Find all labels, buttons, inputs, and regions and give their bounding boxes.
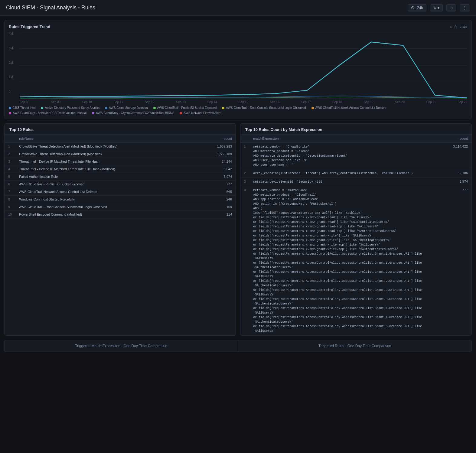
- row-number: 3: [5, 158, 15, 165]
- table-row: 6 AWS CloudTrail - Public S3 Bucket Expo…: [5, 181, 236, 188]
- col-count-m: _count: [443, 135, 471, 143]
- footer-bar: Triggered Match Expression - One Day Tim…: [4, 340, 472, 352]
- rule-name: PowerShell Encoded Command (Modified): [15, 211, 197, 218]
- top10-rules-title: Top 10 Rules: [5, 124, 236, 135]
- table-row: 2 array_contains(listMatches, 'threat') …: [240, 169, 471, 178]
- match-expression: metadata_vendor = 'Amazon AWS' AND metad…: [249, 186, 443, 335]
- match-count: 32,186: [443, 169, 471, 178]
- rule-name: AWS CloudTrail - Public S3 Bucket Expose…: [15, 181, 197, 188]
- circle-icon: ○: [450, 25, 452, 29]
- match-expression: metadata_deviceEventId ='Security-4625': [249, 178, 443, 186]
- legend-item: AWS CloudTrail Network Access Control Li…: [311, 106, 386, 109]
- chart-area: 4M 3M 2M 1M 0: [9, 32, 467, 99]
- table-row: 4 Threat Intel - Device IP Matched Threa…: [5, 165, 236, 173]
- col-count: _count: [197, 135, 236, 143]
- legend-dot: [9, 107, 11, 109]
- row-number: 2: [5, 150, 15, 158]
- row-number: 2: [240, 169, 249, 178]
- legend-dot: [41, 107, 43, 109]
- main-content: Rules Triggered Trend ○ ⏱ -14D 4M 3M 2M …: [0, 16, 476, 356]
- match-count: 777: [443, 186, 471, 335]
- col-expr: matchExpression: [249, 135, 443, 143]
- col-num: [5, 135, 15, 143]
- table-row: 10 PowerShell Encoded Command (Modified)…: [5, 211, 236, 218]
- legend-item: AWS CloudTrail - Root Console Successful…: [222, 106, 306, 109]
- legend-dot: [222, 107, 224, 109]
- match-count: 3,114,422: [443, 143, 471, 169]
- legend-dot: [180, 112, 182, 114]
- chart-panel-header: Rules Triggered Trend ○ ⏱ -14D: [9, 24, 467, 29]
- row-number: 4: [240, 186, 249, 335]
- legend-dot: [311, 107, 314, 109]
- footer-left[interactable]: Triggered Match Expression - One Day Tim…: [5, 340, 238, 352]
- chevron-down-icon: ▾: [438, 6, 439, 10]
- rule-count: 1,555,189: [197, 150, 236, 158]
- legend-item: AWS Network Firewall Alert: [180, 111, 220, 115]
- row-number: 8: [5, 196, 15, 203]
- more-options-button[interactable]: ⋮: [460, 4, 470, 11]
- legend-item: 0365 Threat Intel: [9, 106, 35, 109]
- top10-rules-scroll[interactable]: ruleName _count 1 CrowdStrike Threat Det…: [5, 135, 236, 335]
- x-axis-labels: Sep 08 Sep 09 Sep 10 Sep 11 Sep 12 Sep 1…: [9, 100, 467, 104]
- row-number: 1: [5, 143, 15, 150]
- refresh-icon: ↻: [433, 6, 436, 10]
- match-expression: array_contains(listMatches, 'threat') AN…: [249, 169, 443, 178]
- row-number: 3: [240, 178, 249, 186]
- top10-match-scroll[interactable]: matchExpression _count 1 metadata_vendor…: [240, 135, 471, 335]
- match-expression: metadata_vendor = 'CrowdStrike' AND meta…: [249, 143, 443, 169]
- legend-item: AWS Cloud Storage Deletion: [105, 106, 148, 109]
- rule-name: Windows Connhost Started Forcefully: [15, 196, 197, 203]
- chart-title: Rules Triggered Trend: [9, 24, 50, 29]
- table-row: 1 metadata_vendor = 'CrowdStrike' AND me…: [240, 143, 471, 169]
- legend-item: AWS CloudTrail - Public S3 Bucket Expose…: [153, 106, 217, 109]
- table-row: 2 CrowdStrike Threat Detection Alert (Mo…: [5, 150, 236, 158]
- footer-right[interactable]: Triggered Rules - One Day Time Compariso…: [238, 340, 472, 352]
- app-header: Cloud SIEM - Signal Analysis - Rules ⏱ -…: [0, 0, 476, 16]
- row-number: 9: [5, 203, 15, 211]
- row-number: 5: [5, 173, 15, 181]
- row-number: 10: [5, 211, 15, 218]
- table-row: 3 Threat Intel - Device IP Matched Threa…: [5, 158, 236, 165]
- table-row: 5 Failed Authentication Rule 3,974: [5, 173, 236, 181]
- legend-dot: [92, 112, 94, 114]
- rule-count: 8,042: [197, 165, 236, 173]
- legend-item: AWS GuardDuty - CryptoCurrency:EC2/Bitco…: [92, 111, 174, 115]
- filter-button[interactable]: ⊟: [446, 4, 456, 11]
- top10-rules-panel: Top 10 Rules ruleName _count 1 CrowdStri…: [4, 123, 236, 336]
- row-number: 6: [5, 181, 15, 188]
- filter-icon: ⊟: [450, 6, 453, 10]
- table-row: 9 AWS CloudTrail - Root Console Successf…: [5, 203, 236, 211]
- rule-count: 24,144: [197, 158, 236, 165]
- rule-name: Failed Authentication Rule: [15, 173, 197, 181]
- refresh-button[interactable]: ↻ ▾: [430, 4, 443, 11]
- row-number: 7: [5, 188, 15, 196]
- rule-name: CrowdStrike Threat Detection Alert (Modi…: [15, 143, 197, 150]
- top10-rules-table: ruleName _count 1 CrowdStrike Threat Det…: [5, 135, 236, 218]
- rule-name: Threat Intel - Device IP Matched Threat …: [15, 165, 197, 173]
- rule-name: AWS CloudTrail - Root Console Successful…: [15, 203, 197, 211]
- legend-dot: [9, 112, 11, 114]
- legend-dot: [153, 107, 156, 109]
- rule-name: CrowdStrike Threat Detection Alert (Modi…: [15, 150, 197, 158]
- match-count: 3,974: [443, 178, 471, 186]
- rule-count: 777: [197, 181, 236, 188]
- top10-match-table: matchExpression _count 1 metadata_vendor…: [240, 135, 471, 335]
- kebab-icon: ⋮: [463, 6, 467, 10]
- trend-chart-svg: [9, 32, 467, 99]
- top10-match-title: Top 10 Rules Count by Match Expression: [240, 124, 471, 135]
- rule-name: AWS CloudTrail Network Access Control Li…: [15, 188, 197, 196]
- legend-item: AWS GuardDuty - Behavior:EC2/TrafficVolu…: [9, 111, 86, 115]
- rule-name: Threat Intel - Device IP Matched Threat …: [15, 158, 197, 165]
- tables-row: Top 10 Rules ruleName _count 1 CrowdStri…: [4, 123, 472, 336]
- rule-count: 565: [197, 188, 236, 196]
- clock-icon-small: ⏱: [454, 25, 458, 29]
- col-num-m: [240, 135, 249, 143]
- table-row: 7 AWS CloudTrail Network Access Control …: [5, 188, 236, 196]
- table-row: 8 Windows Connhost Started Forcefully 24…: [5, 196, 236, 203]
- time-range-button[interactable]: ⏱ -24h: [408, 4, 426, 11]
- table-row: 4 metadata_vendor = 'Amazon AWS' AND met…: [240, 186, 471, 335]
- chart-panel: Rules Triggered Trend ○ ⏱ -14D 4M 3M 2M …: [4, 20, 472, 119]
- legend-dot: [105, 107, 107, 109]
- header-controls: ⏱ -24h ↻ ▾ ⊟ ⋮: [408, 4, 470, 11]
- row-number: 4: [5, 165, 15, 173]
